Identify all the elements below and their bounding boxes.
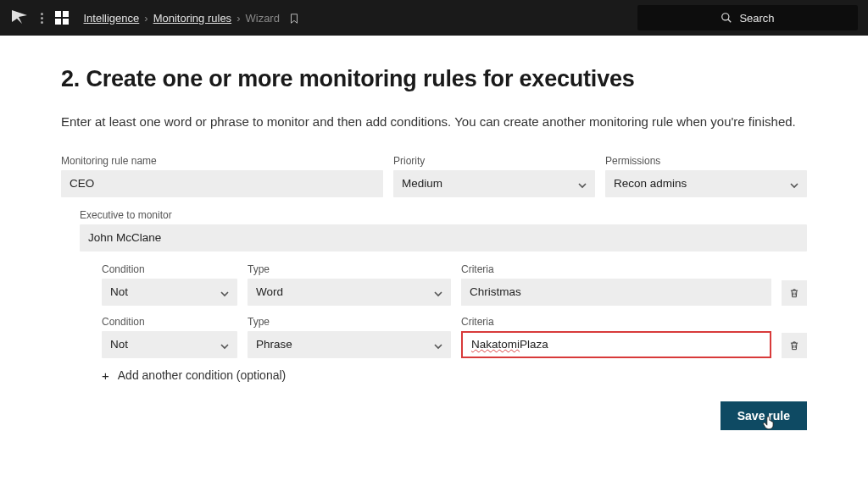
executive-block: Executive to monitor John McClane Condit… [80, 209, 807, 383]
breadcrumb: Intelligence › Monitoring rules › Wizard [84, 11, 300, 25]
criteria-label: Criteria [461, 263, 771, 275]
rule-name-label: Monitoring rule name [61, 155, 383, 167]
type-select[interactable]: Phrase [248, 331, 451, 358]
chevron-down-icon [790, 180, 798, 188]
rule-top-row: Monitoring rule name Priority Medium Per… [61, 155, 807, 197]
breadcrumb-current: Wizard [245, 12, 279, 25]
chevron-down-icon [220, 340, 229, 349]
chevron-down-icon [434, 340, 442, 349]
plus-icon: + [102, 368, 109, 383]
criteria-label: Criteria [461, 316, 771, 328]
conditions-block: Condition Not Type Word Criteria [102, 263, 807, 383]
svg-point-0 [722, 14, 729, 20]
chevron-down-icon [434, 288, 442, 296]
page-intro: Enter at least one word or phrase to mon… [61, 111, 807, 133]
executive-input[interactable]: John McClane [80, 224, 807, 252]
condition-select[interactable]: Not [102, 331, 237, 358]
chevron-right-icon: › [236, 12, 240, 25]
breadcrumb-monitoring-rules[interactable]: Monitoring rules [153, 12, 232, 25]
apps-grid-icon[interactable] [55, 11, 69, 25]
search-icon [721, 12, 732, 24]
page-title: 2. Create one or more monitoring rules f… [61, 66, 807, 92]
cursor-hand-icon [761, 412, 776, 430]
chevron-down-icon [220, 288, 229, 296]
condition-select[interactable]: Not [102, 279, 237, 306]
topbar: Intelligence › Monitoring rules › Wizard… [0, 0, 868, 36]
priority-select[interactable]: Medium [393, 170, 595, 197]
rule-name-input[interactable] [61, 170, 383, 197]
topbar-left: Intelligence › Monitoring rules › Wizard [10, 7, 300, 30]
executive-value: John McClane [88, 231, 161, 244]
criteria-input[interactable] [461, 279, 771, 306]
delete-condition-button[interactable] [782, 333, 807, 358]
condition-row-2: Condition Not Type Phrase Criteria Nakat [102, 316, 807, 358]
svg-line-1 [728, 19, 732, 23]
type-label: Type [248, 316, 451, 328]
search-input[interactable]: Search [637, 5, 858, 30]
breadcrumb-intelligence[interactable]: Intelligence [84, 12, 140, 25]
chevron-down-icon [578, 180, 587, 188]
condition-row-1: Condition Not Type Word Criteria [102, 263, 807, 306]
condition-label: Condition [102, 263, 237, 275]
menu-dots-icon[interactable] [41, 13, 43, 24]
priority-value: Medium [402, 177, 442, 190]
permissions-label: Permissions [605, 155, 807, 167]
main-content: 2. Create one or more monitoring rules f… [0, 36, 868, 461]
save-rule-button[interactable]: Save rule [721, 401, 807, 430]
type-label: Type [248, 263, 451, 275]
search-placeholder: Search [739, 12, 774, 25]
executive-label: Executive to monitor [80, 209, 807, 221]
type-select[interactable]: Word [248, 279, 451, 306]
add-condition-label: Add another condition (optional) [118, 368, 286, 382]
condition-label: Condition [102, 316, 237, 328]
save-row: Save rule [61, 401, 807, 430]
bookmark-icon[interactable] [285, 11, 300, 25]
priority-label: Priority [393, 155, 595, 167]
delete-condition-button[interactable] [782, 280, 807, 306]
criteria-input-active[interactable]: Nakatomi Plaza [461, 331, 771, 358]
add-condition-button[interactable]: + Add another condition (optional) [102, 368, 807, 383]
chevron-right-icon: › [144, 12, 147, 25]
permissions-select[interactable]: Recon admins [605, 170, 807, 197]
logo-icon[interactable] [10, 7, 31, 30]
permissions-value: Recon admins [614, 177, 687, 190]
